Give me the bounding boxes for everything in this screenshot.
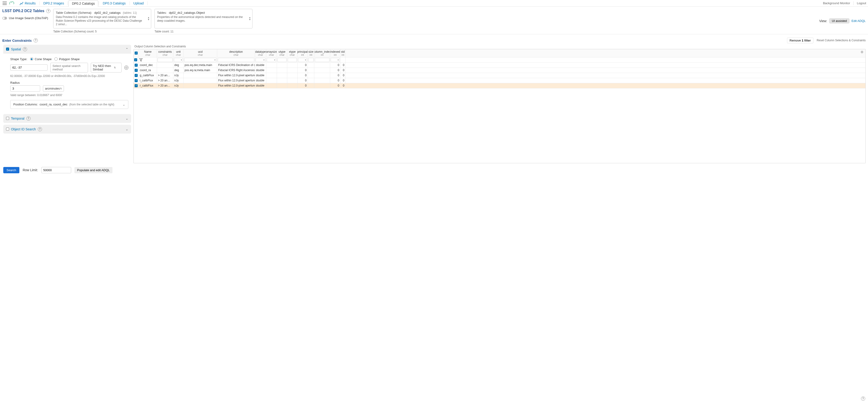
col-header[interactable]: column_index xyxy=(314,50,330,54)
cell: 0 xyxy=(340,78,346,83)
updown-icon[interactable]: ▲▼ xyxy=(148,16,150,21)
remove-filter-button[interactable]: Remove 1 filter xyxy=(787,38,813,43)
filter-input[interactable] xyxy=(288,58,297,62)
filter-input[interactable] xyxy=(218,58,254,62)
row-checkbox[interactable] xyxy=(135,84,138,87)
col-header[interactable]: std xyxy=(341,50,345,54)
objectid-panel-header[interactable]: Object ID Search ? ⌄ xyxy=(3,125,131,134)
filter-select[interactable]: ▾ xyxy=(298,58,307,62)
row-checkbox[interactable] xyxy=(135,64,138,67)
reset-link[interactable]: Reset Column Selections & Constraints xyxy=(817,39,866,42)
cell xyxy=(266,73,277,78)
updown-icon[interactable]: ▲▼ xyxy=(249,16,251,21)
objectid-panel: Object ID Search ? ⌄ xyxy=(3,125,131,134)
table-card[interactable]: Tables: dp02_dc2_catalogs.Object Propert… xyxy=(154,9,252,29)
col-header[interactable]: ucd xyxy=(198,50,203,54)
tab-dp02-catalogs[interactable]: DP0.2 Catalogs xyxy=(68,0,98,7)
col-header[interactable]: principal xyxy=(298,50,308,54)
select-all-checkbox[interactable] xyxy=(135,52,138,55)
filter-input[interactable] xyxy=(315,58,330,62)
logout-link[interactable]: Logout xyxy=(857,1,866,5)
help-icon[interactable]: ? xyxy=(46,9,51,13)
spatial-checkbox[interactable] xyxy=(6,47,9,51)
filter-select[interactable]: ▾ xyxy=(255,58,266,62)
help-icon[interactable]: ? xyxy=(26,116,31,121)
radio-icon xyxy=(54,57,58,61)
filter-input[interactable] xyxy=(308,58,314,62)
table-filter-row: ▾ ▾ ▾ ▾ ▾ ▾ xyxy=(134,57,865,63)
help-icon[interactable]: ? xyxy=(34,38,38,42)
col-type: char xyxy=(234,54,239,56)
temporal-checkbox[interactable] xyxy=(6,117,9,120)
polygon-label: Polygon Shape xyxy=(59,57,80,61)
filter-select[interactable]: ▾ xyxy=(184,58,217,62)
polygon-radio[interactable]: Polygon Shape xyxy=(54,57,80,61)
table-row[interactable]: i_calibFlux> 20 an…nJyFlux within 12.0-p… xyxy=(134,78,865,83)
row-limit-input[interactable] xyxy=(41,167,71,173)
col-header[interactable]: datatype xyxy=(255,50,266,54)
table-row[interactable]: r_calibFlux> 20 an…nJyFlux within 12.0-p… xyxy=(134,83,865,89)
view-ui-button[interactable]: UI assisted xyxy=(829,18,849,24)
col-header[interactable]: xtype xyxy=(289,50,296,54)
help-icon[interactable]: ? xyxy=(23,47,27,51)
position-columns-box[interactable]: Position Columns: coord_ra, coord_dec (f… xyxy=(10,100,128,109)
resolver-select[interactable]: Try NED then Simbad ⇅ xyxy=(91,63,122,72)
cell: Flux within 12.0-pixel aperture. Measur xyxy=(217,83,255,88)
radius-input[interactable] xyxy=(10,86,40,92)
row-checkbox[interactable] xyxy=(134,58,137,61)
col-header[interactable]: utype xyxy=(279,50,285,54)
view-adql-link[interactable]: Edit ADQL xyxy=(851,19,866,23)
col-header[interactable]: indexed xyxy=(330,50,340,54)
col-header[interactable]: unit xyxy=(176,50,181,54)
filter-input[interactable] xyxy=(157,58,173,62)
col-type: char xyxy=(280,54,284,56)
temporal-panel-header[interactable]: Temporal ? ⌄ xyxy=(3,114,131,123)
obstap-toggle[interactable] xyxy=(2,17,7,20)
tab-dp02-images[interactable]: DP0.2 Images xyxy=(40,0,67,6)
cone-label: Cone Shape xyxy=(35,57,52,61)
filter-select[interactable]: ▾ xyxy=(174,58,183,62)
cell: 0 xyxy=(340,83,346,88)
col-header[interactable]: Name xyxy=(144,50,151,54)
radius-label: Radius xyxy=(10,81,128,85)
table-row[interactable]: g_calibFlux> 20 an…nJyFlux within 12.0-p… xyxy=(134,73,865,78)
table-row[interactable]: coord_decdegpos.eq.dec;meta.mainFiducial… xyxy=(134,63,865,68)
tab-label: DP0.2 Catalogs xyxy=(72,2,95,5)
table-row[interactable]: coord_radegpos.eq.ra;meta.mainFiducial I… xyxy=(134,68,865,73)
target-icon[interactable] xyxy=(124,66,128,70)
radius-unit-select[interactable]: arcminutes ⇅ xyxy=(43,86,64,92)
cell: pos.eq.ra;meta.main xyxy=(184,68,217,73)
coords-input[interactable] xyxy=(10,64,48,71)
tab-results[interactable]: Results xyxy=(16,0,39,6)
tab-dp03-catalogs[interactable]: DP0.3 Catalogs xyxy=(99,0,129,6)
col-header[interactable]: constraints xyxy=(158,50,172,54)
col-header[interactable]: size xyxy=(308,50,313,54)
chart-icon xyxy=(20,1,23,5)
row-checkbox[interactable] xyxy=(135,79,138,82)
cone-radio[interactable]: Cone Shape xyxy=(30,57,52,61)
gear-icon[interactable]: ⚙ xyxy=(860,50,865,54)
populate-adql-button[interactable]: Populate and edit ADQL xyxy=(74,167,113,173)
logo-icon[interactable] xyxy=(9,0,14,6)
row-checkbox[interactable] xyxy=(135,69,138,72)
row-limit-label: Row Limit: xyxy=(23,168,38,172)
cell: i_calibFlux xyxy=(139,78,157,83)
filter-input[interactable] xyxy=(277,58,286,62)
schema-card[interactable]: Table Collection (Schema): dp02_dc2_cata… xyxy=(53,9,151,29)
filter-select[interactable]: ▾ xyxy=(331,58,340,62)
cell: 0 xyxy=(330,78,340,83)
filter-select[interactable]: ▾ xyxy=(267,58,276,62)
menu-icon[interactable] xyxy=(2,0,7,6)
background-monitor-link[interactable]: Background Monitor xyxy=(823,1,850,5)
search-button[interactable]: Search xyxy=(3,167,19,173)
filter-icon[interactable] xyxy=(139,58,143,62)
col-header[interactable]: arraysize xyxy=(266,50,277,54)
objectid-checkbox[interactable] xyxy=(6,128,9,131)
tab-upload[interactable]: Upload xyxy=(130,0,147,6)
col-header[interactable]: description xyxy=(229,50,243,54)
search-method-select[interactable]: Select spatial search method xyxy=(51,63,88,72)
chevron-updown-icon: ⇅ xyxy=(114,66,116,69)
help-icon[interactable]: ? xyxy=(38,127,42,131)
spatial-panel-header[interactable]: Spatial ? ⌃ xyxy=(3,45,131,54)
row-checkbox[interactable] xyxy=(135,74,138,77)
